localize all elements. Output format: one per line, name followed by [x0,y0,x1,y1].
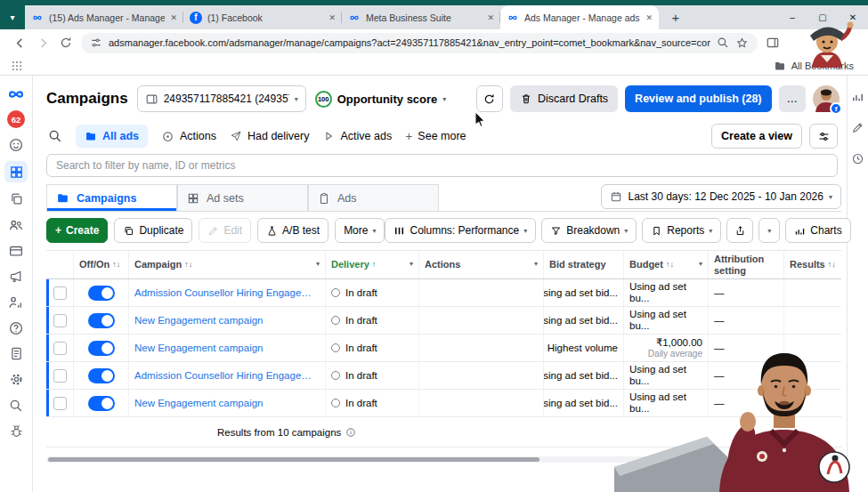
reload-icon[interactable] [59,36,73,50]
history-clock-icon[interactable] [851,152,864,168]
chevron-down-icon[interactable]: ▾ [534,261,538,269]
chevron-down-icon[interactable]: ▾ [699,261,702,269]
apps-grid-icon[interactable] [11,60,23,72]
audiences-people-icon[interactable] [4,215,28,234]
tab-close-icon[interactable]: ✕ [487,13,494,22]
discard-drafts-button[interactable]: Discard Drafts [510,85,618,112]
ab-test-button[interactable]: A/B test [257,218,329,243]
campaign-toggle[interactable] [88,341,115,356]
ads-reports-megaphone-icon[interactable] [4,267,28,286]
edit-button[interactable]: Edit [199,218,251,243]
tab-close-icon[interactable]: ✕ [170,13,177,22]
columns-button[interactable]: Columns: Performance▾ [385,218,536,243]
row-checkbox[interactable] [53,397,67,410]
performance-chart-icon[interactable] [851,90,864,106]
zoom-icon[interactable] [717,36,729,49]
drafts-copy-icon[interactable] [4,190,28,208]
breakdown-button[interactable]: Breakdown▾ [541,218,637,243]
filter-settings-button[interactable] [809,124,838,149]
charts-button[interactable]: Charts [785,218,850,243]
settings-gear-icon[interactable] [4,370,28,389]
chevron-down-icon[interactable]: ▾ [316,261,320,269]
browser-tab-ads-manager-active[interactable]: Ads Manager - Manage ads - C... ✕ [500,5,659,29]
forward-icon[interactable] [36,36,51,51]
campaign-toggle[interactable] [88,396,115,411]
campaign-link[interactable]: New Engagement campaign [134,343,263,353]
campaigns-grid-icon[interactable] [4,161,28,182]
browser-tab-business-suite[interactable]: Meta Business Suite ✕ [342,5,500,29]
filter-chip-actions[interactable]: Actions [161,130,216,143]
bookmark-star-icon[interactable] [735,36,749,50]
create-view-button[interactable]: Create a view [711,124,802,149]
more-button[interactable]: More▾ [335,218,385,243]
row-checkbox[interactable] [53,369,67,383]
campaign-toggle[interactable] [88,368,115,383]
filter-chip-all-ads[interactable]: All ads [76,125,148,148]
filter-chip-active-ads[interactable]: Active ads [322,130,392,142]
workspace-chevron-button[interactable]: ▾ [0,5,25,29]
more-options-button[interactable]: … [779,85,807,112]
col-header-attribution[interactable]: Attribution setting [708,251,783,278]
campaign-toggle[interactable] [88,286,115,301]
campaign-link[interactable]: New Engagement campaign [134,398,263,408]
col-header-budget[interactable]: Budget↑↓▾ [623,251,708,278]
site-controls-icon[interactable] [90,36,102,49]
row-checkbox[interactable] [53,342,67,355]
duplicate-button[interactable]: Duplicate [114,218,192,243]
filter-chip-had-delivery[interactable]: Had delivery [230,130,309,142]
search-icon[interactable] [4,396,28,415]
campaign-link[interactable]: Admission Counsellor Hiring Engagement c… [134,287,320,298]
info-icon[interactable] [345,427,356,438]
row-checkbox[interactable] [53,286,67,300]
date-range-selector[interactable]: Last 30 days: 12 Dec 2025 - 10 Jan 2026 … [601,184,841,209]
attribution-cell: — [708,307,783,334]
new-tab-button[interactable]: + [666,10,685,25]
pages-doc-icon[interactable] [4,344,28,363]
refresh-button[interactable] [476,85,503,112]
bug-report-icon[interactable] [4,422,28,440]
col-header-actions[interactable]: Actions▾ [418,251,543,278]
opportunities-smiley-icon[interactable] [4,135,28,154]
search-input[interactable] [46,154,838,177]
back-icon[interactable] [12,36,28,51]
opportunity-score[interactable]: 100 Opportunity score ▾ [315,91,447,108]
col-header-campaign[interactable]: Campaign↑↓▾ [128,251,325,278]
tab-campaigns[interactable]: Campaigns [46,184,177,211]
filter-search-icon[interactable] [48,129,62,143]
export-icon [734,225,746,237]
meta-logo-icon[interactable] [4,85,28,103]
tab-close-icon[interactable]: ✕ [645,13,653,22]
col-header-delivery[interactable]: Delivery↑▾ [325,251,418,278]
billing-card-icon[interactable] [4,241,28,260]
profile-mascot-avatar[interactable] [799,20,855,71]
analytics-person-icon[interactable] [4,293,28,311]
col-header-off-on[interactable]: Off/On↑↓ [73,251,128,278]
account-selector[interactable]: 249357117885421 (249357117... ▾ [137,85,306,112]
col-header-results[interactable]: Results↑↓ [783,251,841,278]
campaign-toggle[interactable] [88,313,115,328]
help-icon[interactable] [4,319,28,337]
chevron-down-icon[interactable]: ▾ [410,261,413,269]
campaign-link[interactable]: Admission Counsellor Hiring Engagement c… [134,370,320,381]
edit-pencil-icon[interactable] [851,121,864,137]
reports-button[interactable]: Reports▾ [642,218,721,243]
create-button[interactable]: +Create [46,218,108,243]
review-publish-button[interactable]: Review and publish (28) [625,85,771,112]
notification-badge[interactable]: 62 [7,110,25,128]
profile-avatar[interactable]: f [813,85,840,112]
col-header-bid-strategy[interactable]: Bid strategy [543,251,623,278]
see-more-button[interactable]: + See more [405,129,466,143]
browser-tab-facebook[interactable]: f (1) Facebook ✕ [183,5,342,29]
address-bar[interactable]: adsmanager.facebook.com/adsmanager/manag… [81,33,758,53]
tab-close-icon[interactable]: ✕ [329,13,336,22]
export-options-button[interactable]: ▾ [758,218,780,243]
side-panel-icon[interactable] [766,36,780,50]
browser-tab-ads-manager-1[interactable]: (15) Ads Manager - Manage ad... ✕ [25,5,183,29]
tab-ads[interactable]: Ads [308,184,439,211]
export-button[interactable] [726,218,753,243]
row-checkbox[interactable] [53,314,67,327]
tab-ad-sets[interactable]: Ad sets [177,184,308,211]
grid-icon [187,192,199,205]
scrollbar-thumb[interactable] [48,457,539,462]
campaign-link[interactable]: New Engagement campaign [134,315,263,326]
